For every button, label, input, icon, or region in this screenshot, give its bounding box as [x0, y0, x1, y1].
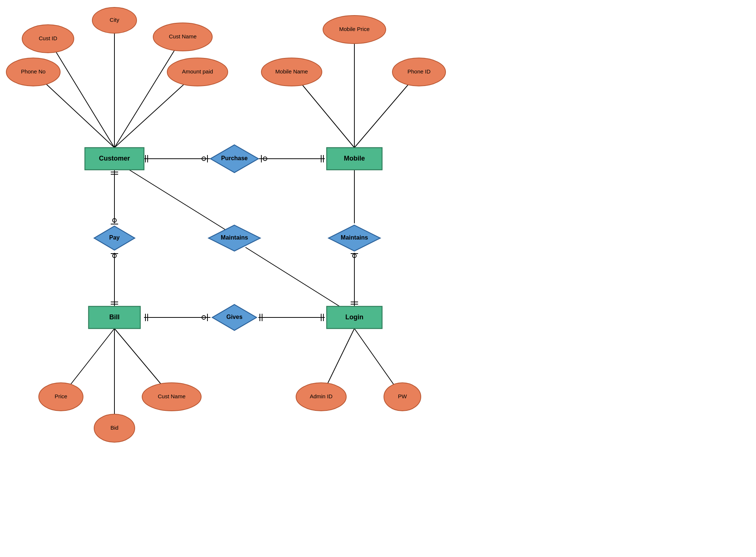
er-diagram-canvas	[0, 0, 498, 465]
